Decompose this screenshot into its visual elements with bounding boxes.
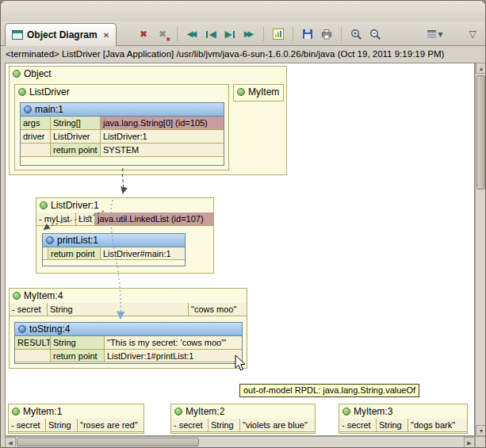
run-backward-button[interactable]: ◀◀ [182, 25, 201, 44]
toolbar-separator [263, 27, 264, 41]
horizontal-scrollbar[interactable]: ◀ ▶ [5, 436, 475, 447]
cell-name [43, 247, 48, 260]
horizontal-scroll-thumb[interactable] [17, 438, 199, 446]
class-box-listdriver[interactable]: ListDriver main:1 args String[] java.lan… [14, 84, 229, 170]
object-box-listdriver-1[interactable]: ListDriver:1 - myList List java.util.Lin… [36, 197, 214, 274]
box-title: MyItem [248, 86, 279, 98]
frame-footer [43, 260, 185, 264]
launch-status-line: <terminated> ListDriver [Java Applicatio… [1, 46, 485, 63]
tab-object-diagram[interactable]: Object Diagram ✕ [5, 23, 117, 46]
view-tab-bar: Object Diagram ✕ ✖ ✖ ✖ ◀◀ ◀ ▶ [1, 21, 485, 46]
method-box-tostring-4[interactable]: toString:4 RESULT String "This is my sec… [14, 322, 243, 364]
arrow-right-icon: ▶ [467, 440, 471, 446]
print-diagram-button[interactable] [317, 25, 336, 44]
step-backward-button[interactable]: ◀ [201, 25, 220, 44]
terminate-button[interactable]: ✖ [134, 25, 153, 44]
save-icon [302, 29, 313, 40]
table-row: return point SYSTEM [21, 144, 224, 157]
printer-icon [321, 29, 332, 40]
box-title: MyItem:3 [354, 406, 392, 417]
method-title: printList:1 [57, 235, 98, 246]
class-box-myitem[interactable]: MyItem [233, 84, 284, 101]
view-menu-icon: ▽ [469, 29, 476, 39]
box-header: MyItem:3 [339, 404, 467, 419]
table-row: driver ListDriver ListDriver:1 [21, 130, 224, 144]
table-row: return point ListDriver:1#printList:1 [15, 350, 242, 362]
scroll-left-button[interactable]: ◀ [5, 437, 16, 448]
toolbar-separator [293, 27, 293, 41]
cell-value: SYSTEM [101, 144, 224, 157]
cell-name: - secret [10, 303, 48, 316]
vertical-scrollbar[interactable]: ▲ ▼ [475, 63, 486, 436]
box-title: MyItem:1 [23, 406, 62, 417]
cell-value: ListDriver#main:1 [101, 247, 185, 260]
cell-value: ListDriver:1 [101, 130, 224, 144]
cell-type: return point [48, 247, 101, 260]
tooltip: out-of-model RPDL: java.lang.String.valu… [239, 384, 419, 397]
zoom-out-button[interactable] [365, 25, 385, 44]
cell-value: "dogs bark" [408, 419, 467, 432]
box-title: MyItem:4 [24, 290, 63, 301]
cell-name: - myList [36, 213, 76, 226]
run-forward-icon: ▶▶ [244, 30, 254, 38]
table-row: return point ListDriver#main:1 [43, 247, 185, 260]
view-menu-button[interactable]: ▽ [463, 25, 482, 44]
toolbar-separator [341, 27, 342, 41]
tab-close-icon[interactable]: ✕ [103, 31, 109, 40]
scrollbar-corner [475, 436, 486, 448]
object-icon [12, 408, 20, 415]
object-icon [13, 292, 21, 300]
scroll-right-button[interactable]: ▶ [464, 437, 475, 448]
object-box-myitem-1[interactable]: MyItem:1 - secret String "roses are red" [8, 404, 144, 434]
mini-x-icon: ✖ [166, 36, 170, 42]
field-row: - myList List java.util.LinkedList (id=1… [36, 213, 213, 226]
method-box-printlist-1[interactable]: printList:1 return point ListDriver#main… [42, 233, 186, 266]
box-header: MyItem:1 [9, 404, 144, 419]
window-chrome [1, 1, 485, 21]
cell-type: ListDriver [51, 130, 101, 144]
scroll-down-button[interactable]: ▼ [476, 425, 486, 436]
box-header: Object [10, 67, 286, 81]
class-box-object[interactable]: Object ListDriver main:1 args String[] [9, 66, 287, 175]
arrow-down-icon: ▼ [479, 428, 484, 434]
remove-all-terminated-button[interactable]: ✖ ✖ [153, 25, 172, 44]
cell-name: - secret [339, 419, 377, 432]
box-header: ListDriver:1 [36, 198, 213, 213]
cell-name: args [21, 117, 51, 130]
box-header: MyItem:2 [171, 404, 315, 419]
method-box-main-1[interactable]: main:1 args String[] java.lang.String[0]… [20, 102, 224, 166]
save-diagram-button[interactable] [298, 25, 317, 44]
cell-name: driver [21, 130, 51, 144]
run-forward-button[interactable]: ▶▶ [239, 25, 258, 44]
terminate-icon: ✖ [140, 29, 147, 39]
object-diagram-window: Object Diagram ✕ ✖ ✖ ✖ ◀◀ ◀ ▶ [0, 0, 486, 448]
scroll-up-button[interactable]: ▲ [476, 63, 486, 74]
table-row: args String[] java.lang.String[0] (id=10… [21, 117, 224, 130]
draw-diagram-button[interactable] [269, 25, 288, 44]
box-header: ListDriver [15, 85, 228, 99]
object-box-myitem-3[interactable]: MyItem:3 - secret String "dogs bark" [339, 404, 468, 434]
cell-type: return point [51, 350, 105, 362]
zoom-in-button[interactable] [346, 25, 365, 44]
cell-name: - secret [9, 419, 46, 432]
chart-icon [273, 29, 284, 40]
diagram-canvas[interactable]: Object ListDriver main:1 args String[] [5, 63, 475, 436]
cell-name: RESULT [15, 336, 51, 350]
field-row: - secret String "violets are blue" [171, 419, 315, 432]
list-dropdown-button[interactable]: ▾ [423, 25, 447, 44]
method-title: main:1 [35, 104, 63, 115]
method-icon [24, 105, 32, 113]
cell-type: String [51, 336, 105, 350]
object-box-myitem-4[interactable]: MyItem:4 - secret String "cows moo" toSt… [9, 288, 247, 369]
step-forward-button[interactable]: ▶ [220, 25, 239, 44]
vertical-scroll-thumb[interactable] [476, 75, 485, 190]
step-backward-icon: ◀ [209, 29, 216, 39]
cell-value: "roses are red" [78, 419, 144, 432]
field-row: - secret String "dogs bark" [339, 419, 467, 432]
cell-type: String [209, 419, 240, 432]
class-icon [18, 88, 26, 96]
field-row: - secret String "roses are red" [9, 419, 144, 432]
cell-value: "This is my secret: 'cows moo'" [105, 336, 242, 350]
cell-value: java.lang.String[0] (id=105) [101, 117, 224, 130]
object-box-myitem-2[interactable]: MyItem:2 - secret String "violets are bl… [170, 404, 316, 434]
